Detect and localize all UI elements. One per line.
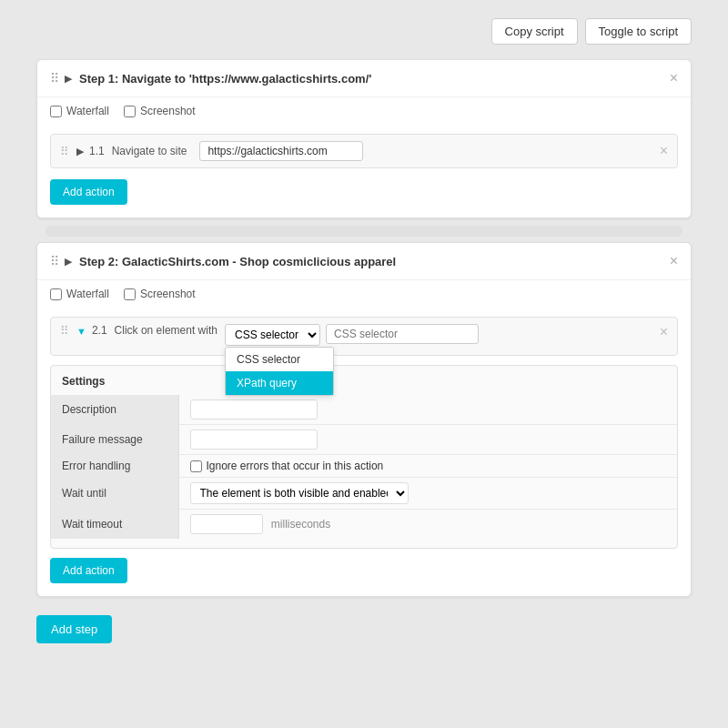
action-1-expand-arrow[interactable]: ▶ <box>76 146 84 157</box>
settings-value-error-handling: Ignore errors that occur in this action <box>178 455 677 478</box>
settings-value-failure-message <box>178 425 677 455</box>
settings-label-error-handling: Error handling <box>51 455 178 478</box>
settings-row-wait-until: Wait until The element is both visible a… <box>51 478 677 510</box>
settings-row-description: Description <box>51 395 677 425</box>
step-2-close-button[interactable]: × <box>670 253 678 269</box>
action-1-label: Navigate to site <box>112 145 187 157</box>
settings-label-wait-until: Wait until <box>51 478 178 510</box>
settings-select-wait-until[interactable]: The element is both visible and enabled … <box>190 482 409 504</box>
step-1-waterfall-checkbox[interactable] <box>50 106 62 117</box>
action-1-close-button[interactable]: × <box>660 143 668 159</box>
dropdown-option-xpath-query[interactable]: XPath query <box>226 371 333 395</box>
dropdown-option-css-selector[interactable]: CSS selector <box>226 348 333 371</box>
step-1-body: ⠿ ▶ 1.1 Navigate to site × Add action <box>37 126 691 217</box>
action-1-drag-handle[interactable]: ⠿ <box>60 145 69 158</box>
step-1-action-row: ⠿ ▶ 1.1 Navigate to site × <box>50 134 678 168</box>
settings-panel: Settings Description Failure message <box>50 365 678 549</box>
copy-script-button[interactable]: Copy script <box>491 18 578 45</box>
settings-table: Description Failure message Error handli… <box>51 395 677 539</box>
settings-value-wait-until: The element is both visible and enabled … <box>178 478 677 510</box>
step-2-title: Step 2: GalacticShirts.com - Shop cosmic… <box>79 255 678 268</box>
step-1-title: Step 1: Navigate to 'https://www.galacti… <box>79 72 678 86</box>
action-2-selector-input[interactable] <box>326 324 479 344</box>
settings-input-failure-message[interactable] <box>190 430 318 450</box>
action-2-selector-dropdown-container: CSS selector XPath query CSS selector XP… <box>225 324 320 346</box>
step-1-options: Waterfall Screenshot <box>37 97 691 126</box>
step-1-add-action-button[interactable]: Add action <box>50 179 127 205</box>
settings-input-wait-timeout[interactable] <box>190 514 263 534</box>
settings-row-error-handling: Error handling Ignore errors that occur … <box>51 455 677 478</box>
action-2-selector-dropdown-menu: CSS selector XPath query <box>225 347 334 396</box>
settings-value-wait-timeout: milliseconds <box>178 510 677 540</box>
step-1-expand-arrow[interactable]: ▶ <box>65 73 72 85</box>
toggle-script-button[interactable]: Toggle to script <box>585 18 692 45</box>
step-2-waterfall-checkbox[interactable] <box>50 288 62 300</box>
step-1-screenshot-checkbox[interactable] <box>124 106 136 117</box>
step-1-header: ⠿ ▶ Step 1: Navigate to 'https://www.gal… <box>37 60 691 97</box>
step-2-options: Waterfall Screenshot <box>37 280 691 309</box>
settings-label-failure-message: Failure message <box>51 425 178 455</box>
milliseconds-label: milliseconds <box>271 518 330 531</box>
error-handling-text: Ignore errors that occur in this action <box>207 460 384 472</box>
action-2-number: 2.1 <box>92 324 107 337</box>
action-2-close-button[interactable]: × <box>660 324 668 340</box>
step-2-waterfall-label[interactable]: Waterfall <box>50 288 109 300</box>
step-1-waterfall-label[interactable]: Waterfall <box>50 105 109 117</box>
action-2-label: Click on element with <box>115 324 217 337</box>
action-1-number: 1.1 <box>89 145 105 157</box>
step-2-screenshot-label[interactable]: Screenshot <box>124 288 196 300</box>
settings-row-failure-message: Failure message <box>51 425 677 455</box>
step-2-header: ⠿ ▶ Step 2: GalacticShirts.com - Shop co… <box>37 243 691 280</box>
settings-title: Settings <box>51 375 677 395</box>
step-2-body: ⠿ ▼ 2.1 Click on element with CSS select… <box>37 309 691 596</box>
settings-value-description <box>178 395 677 425</box>
step-2-drag-handle[interactable]: ⠿ <box>50 254 59 268</box>
step-1-drag-handle[interactable]: ⠿ <box>50 71 59 86</box>
add-step-button[interactable]: Add step <box>36 615 112 643</box>
step-1-card: ⠿ ▶ Step 1: Navigate to 'https://www.gal… <box>36 59 692 218</box>
settings-label-wait-timeout: Wait timeout <box>51 510 178 540</box>
step-2-expand-arrow[interactable]: ▶ <box>65 256 72 268</box>
settings-label-description: Description <box>51 395 178 425</box>
step-2-add-action-button[interactable]: Add action <box>50 558 127 583</box>
step-2-shadow <box>46 226 682 237</box>
step-2-screenshot-checkbox[interactable] <box>124 288 136 300</box>
settings-input-description[interactable] <box>190 399 318 420</box>
action-2-expand-arrow[interactable]: ▼ <box>76 326 86 337</box>
step-1-close-button[interactable]: × <box>670 70 678 86</box>
step-2-action-row: ⠿ ▼ 2.1 Click on element with CSS select… <box>50 317 678 356</box>
error-handling-label[interactable]: Ignore errors that occur in this action <box>190 460 667 472</box>
step-1-screenshot-label[interactable]: Screenshot <box>124 105 196 117</box>
settings-row-wait-timeout: Wait timeout milliseconds <box>51 510 677 540</box>
action-2-selector-select[interactable]: CSS selector XPath query <box>225 324 320 346</box>
action-2-drag-handle[interactable]: ⠿ <box>60 324 69 338</box>
error-handling-checkbox[interactable] <box>190 460 202 472</box>
toolbar: Copy script Toggle to script <box>36 18 692 45</box>
action-1-url-input[interactable] <box>199 141 363 161</box>
step-2-card: ⠿ ▶ Step 2: GalacticShirts.com - Shop co… <box>36 242 692 597</box>
